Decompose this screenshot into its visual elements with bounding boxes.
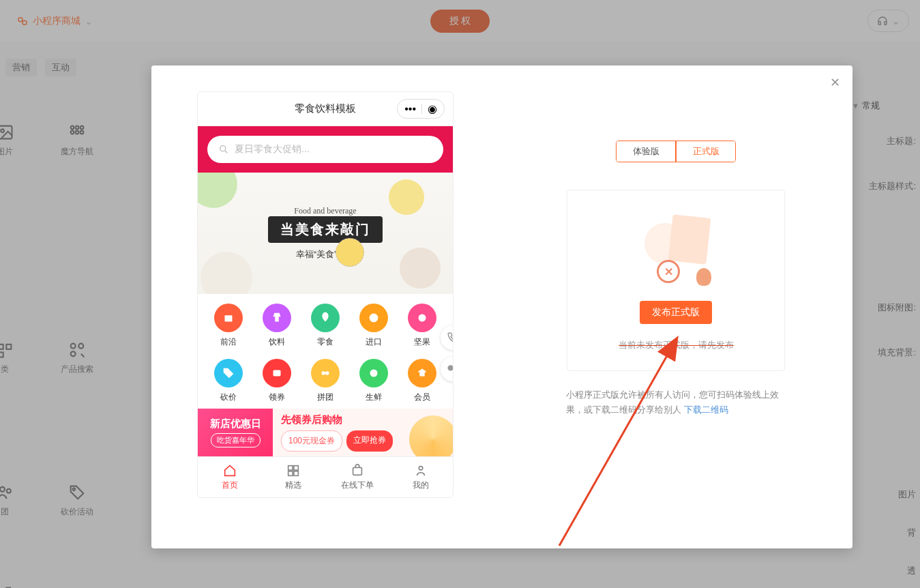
category-icon (269, 366, 284, 381)
tabbar-首页[interactable]: 首页 (198, 457, 262, 497)
svg-rect-34 (419, 372, 424, 377)
search-icon (218, 144, 229, 155)
coupon-bar[interactable]: 新店优惠日 吃货嘉年华 先领券后购物 100元现金券 立即抢券 (198, 409, 453, 456)
category-零食[interactable]: 零食 (301, 304, 350, 348)
svg-point-41 (448, 365, 454, 370)
release-desc: 小程序正式版允许被所有人访问，您可扫码体验线上效果，或下载二维码分享给别人 下载… (566, 387, 786, 417)
close-icon[interactable]: ✕ (830, 75, 840, 90)
category-icon (366, 366, 381, 381)
tabbar-精选[interactable]: 精选 (262, 457, 326, 497)
release-card: ✕ 发布正式版 当前未发布正式版，请先发布 (567, 190, 785, 371)
category-领券[interactable]: 领券 (253, 359, 301, 403)
svg-rect-35 (288, 466, 293, 470)
category-icon (415, 366, 430, 381)
category-icon (366, 310, 381, 325)
coupon-pill-100[interactable]: 100元现金券 (281, 430, 342, 452)
svg-rect-38 (294, 471, 298, 475)
svg-point-27 (369, 314, 378, 323)
category-拼团[interactable]: 拼团 (301, 359, 350, 403)
more-icon: ••• (404, 103, 416, 115)
svg-point-42 (453, 368, 454, 372)
tab-icon (413, 463, 428, 478)
publish-release-button[interactable]: 发布正式版 (640, 301, 712, 324)
version-tabs: 体验版 正式版 (616, 141, 736, 162)
category-icon (318, 366, 333, 381)
download-qrcode-link[interactable]: 下载二维码 (684, 405, 728, 415)
miniprogram-controls[interactable]: ••• ◉ (397, 99, 445, 119)
banner-image[interactable]: Food and beverage 当美食来敲门 幸福“美食”每刻 (198, 173, 453, 294)
svg-point-23 (220, 146, 226, 151)
tab-icon (222, 463, 237, 478)
category-生鲜[interactable]: 生鲜 (349, 359, 398, 403)
svg-rect-37 (288, 471, 293, 475)
svg-point-31 (321, 371, 325, 375)
wechat-float-icon[interactable] (441, 357, 454, 381)
category-前沿[interactable]: 前沿 (205, 304, 253, 348)
tab-trial[interactable]: 体验版 (617, 141, 676, 162)
tab-icon (350, 463, 365, 478)
svg-point-40 (419, 467, 424, 471)
category-icon (221, 310, 236, 325)
category-砍价[interactable]: 砍价 (205, 359, 253, 403)
svg-rect-39 (353, 467, 361, 475)
phone-float-icon[interactable] (441, 325, 454, 350)
svg-rect-25 (225, 315, 233, 321)
svg-line-24 (225, 151, 227, 153)
category-icon (415, 310, 430, 325)
phone-title: 零食饮料模板 (295, 102, 356, 115)
category-会员[interactable]: 会员 (398, 359, 446, 403)
search-placeholder: 夏日零食大促销... (235, 143, 310, 156)
search-input[interactable]: 夏日零食大促销... (207, 136, 443, 163)
svg-point-32 (325, 371, 329, 375)
publish-modal: 零食饮料模板 ••• ◉ 夏日零食大促销... Food and beverag… (151, 65, 852, 548)
category-饮料[interactable]: 饮料 (253, 304, 301, 348)
category-坚果[interactable]: 坚果 (398, 304, 446, 348)
category-进口[interactable]: 进口 (349, 304, 398, 348)
empty-state-image: ✕ (628, 214, 724, 289)
svg-rect-26 (275, 317, 279, 321)
tab-release[interactable]: 正式版 (676, 141, 735, 162)
svg-rect-36 (294, 466, 298, 470)
tabbar-在线下单[interactable]: 在线下单 (325, 457, 389, 497)
tabbar-我的[interactable]: 我的 (389, 457, 454, 497)
phone-preview: 零食饮料模板 ••• ◉ 夏日零食大促销... Food and beverag… (197, 91, 454, 498)
coupon-grab-button[interactable]: 立即抢券 (346, 430, 393, 452)
target-icon: ◉ (428, 102, 437, 115)
svg-point-29 (421, 317, 424, 319)
category-icon (269, 310, 284, 325)
tab-icon (286, 463, 301, 478)
category-icon (221, 366, 236, 381)
publish-hint: 当前未发布正式版，请先发布 (619, 339, 734, 351)
category-icon (318, 310, 333, 325)
